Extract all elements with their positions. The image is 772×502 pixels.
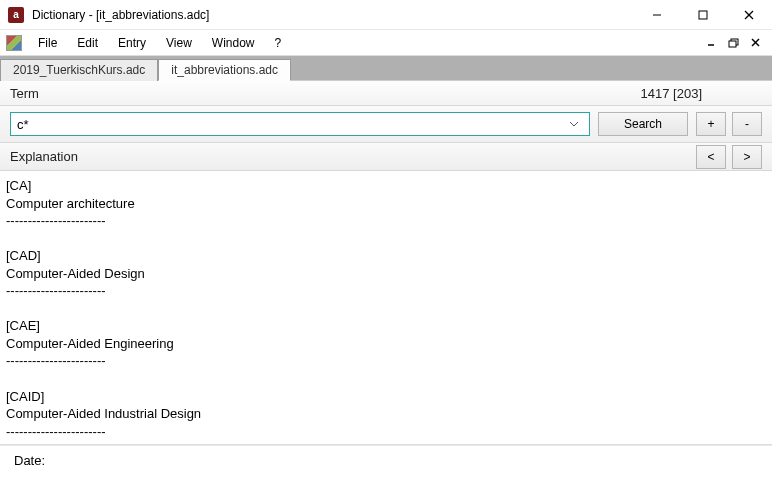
chevron-down-icon[interactable]: [569, 121, 585, 127]
nav-group: < >: [696, 145, 762, 169]
titlebar: a Dictionary - [it_abbreviations.adc]: [0, 0, 772, 30]
prev-button[interactable]: <: [696, 145, 726, 169]
term-label: Term: [10, 86, 39, 101]
maximize-button[interactable]: [680, 0, 726, 30]
explanation-label: Explanation: [10, 149, 78, 164]
add-remove-group: + -: [696, 112, 762, 136]
document-tabs: 2019_TuerkischKurs.adc it_abbreviations.…: [0, 56, 772, 80]
mdi-restore-button[interactable]: [724, 34, 744, 52]
explanation-header: Explanation < >: [0, 143, 772, 171]
menu-entry[interactable]: Entry: [108, 32, 156, 54]
menu-file[interactable]: File: [28, 32, 67, 54]
menubar: File Edit Entry View Window ?: [0, 30, 772, 56]
window-title: Dictionary - [it_abbreviations.adc]: [32, 8, 209, 22]
minimize-button[interactable]: [634, 0, 680, 30]
result-count: 1417 [203]: [641, 86, 762, 101]
tab-item[interactable]: 2019_TuerkischKurs.adc: [0, 59, 158, 81]
menu-edit[interactable]: Edit: [67, 32, 108, 54]
search-button[interactable]: Search: [598, 112, 688, 136]
app-icon: a: [8, 7, 24, 23]
plus-button[interactable]: +: [696, 112, 726, 136]
mdi-close-button[interactable]: [746, 34, 766, 52]
statusbar: Date:: [0, 445, 772, 475]
term-combobox[interactable]: [10, 112, 590, 136]
minus-button[interactable]: -: [732, 112, 762, 136]
term-header: Term 1417 [203]: [0, 80, 772, 106]
term-input[interactable]: [17, 117, 569, 132]
svg-rect-1: [699, 11, 707, 19]
menu-view[interactable]: View: [156, 32, 202, 54]
window-controls: [634, 0, 772, 30]
mdi-controls: [700, 34, 772, 52]
tab-item[interactable]: it_abbreviations.adc: [158, 59, 291, 81]
mdi-minimize-button[interactable]: [702, 34, 722, 52]
search-row: Search + -: [0, 106, 772, 143]
svg-rect-6: [729, 41, 736, 47]
next-button[interactable]: >: [732, 145, 762, 169]
explanation-body: [CA] Computer architecture -------------…: [0, 171, 772, 445]
close-button[interactable]: [726, 0, 772, 30]
date-label: Date:: [14, 453, 45, 468]
app-small-icon: [6, 35, 22, 51]
menu-help[interactable]: ?: [265, 32, 292, 54]
menu-window[interactable]: Window: [202, 32, 265, 54]
